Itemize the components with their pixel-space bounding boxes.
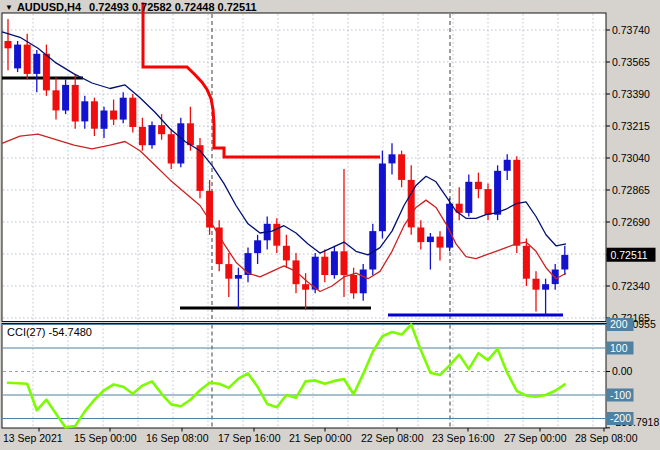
candle-body [149, 125, 156, 145]
candle-body [273, 224, 280, 246]
candle-body [321, 257, 328, 275]
candle-body [225, 264, 232, 279]
price-axis[interactable]: 0.737400.735650.733900.732150.730400.728… [606, 24, 656, 324]
time-axis-label: 22 Sep 08:00 [361, 432, 424, 444]
cci-level-label: -200 [610, 412, 631, 424]
time-axis-label: 15 Sep 00:00 [74, 432, 137, 444]
candle-body [427, 237, 434, 243]
candle-body [408, 180, 415, 228]
candle-body [91, 101, 98, 128]
candle-body [494, 171, 501, 215]
candle-body [168, 134, 175, 163]
price-axis-label: 0.73215 [612, 120, 650, 132]
cci-level-label: -100 [610, 389, 631, 401]
time-axis-label: 13 Sep 2021 [3, 432, 63, 444]
candle-body [53, 90, 60, 110]
candle-body [312, 257, 319, 290]
candle-body [523, 246, 530, 279]
candle-body [235, 275, 242, 279]
chart-window: 0.737400.735650.733900.732150.730400.728… [0, 0, 660, 450]
time-axis-label: 27 Sep 00:00 [504, 432, 567, 444]
candle-body [331, 251, 338, 275]
candle-body [14, 45, 21, 69]
candle-body [177, 123, 184, 163]
candle-body [561, 255, 568, 270]
price-axis-label: 0.73390 [612, 88, 650, 100]
time-axis-label: 21 Sep 00:00 [289, 432, 352, 444]
candle-body [350, 275, 357, 293]
time-axis-label: 28 Sep 08:00 [575, 432, 638, 444]
candle-body [398, 154, 405, 180]
candle-body [81, 101, 88, 121]
candle-body [187, 123, 194, 145]
time-axis-label: 23 Sep 16:00 [432, 432, 495, 444]
candle-body [293, 260, 300, 284]
price-axis-label: 0.73740 [612, 24, 650, 36]
time-axis[interactable]: 13 Sep 202115 Sep 00:0016 Sep 08:0017 Se… [3, 428, 638, 444]
current-price-label: 0.72511 [611, 249, 648, 261]
candle-body [197, 145, 204, 191]
candle-body [504, 160, 511, 171]
cci-plot-area[interactable] [2, 324, 606, 429]
candle-body [139, 127, 146, 145]
candle-body [379, 164, 386, 232]
cci-level-label: 100 [610, 342, 628, 354]
candle-body [437, 237, 444, 248]
price-axis-label: 0.72865 [612, 184, 650, 196]
indicator-label: CCI(27) -54.7480 [7, 326, 92, 338]
candle-body [72, 85, 79, 122]
cci-zero-label: 0.00 [612, 365, 633, 377]
time-axis-label: 17 Sep 16:00 [218, 432, 281, 444]
price-axis-label: 0.73565 [612, 56, 650, 68]
candle-body [360, 270, 367, 294]
candle-body [485, 189, 492, 215]
candle-body [101, 111, 108, 129]
candle-body [475, 182, 482, 189]
cci-level-label: 200 [610, 318, 628, 330]
price-axis-label: 0.72690 [612, 216, 650, 228]
candle-body [62, 85, 69, 111]
candle-body [43, 54, 50, 91]
time-axis-label: 16 Sep 08:00 [146, 432, 209, 444]
candle-body [465, 182, 472, 213]
candle-body [120, 98, 127, 120]
candle-body [158, 125, 165, 134]
chart-symbol-period: AUDUSD,H4 [17, 1, 81, 13]
candle-body [389, 154, 396, 163]
candle-body [254, 240, 261, 253]
candle-body [5, 41, 12, 48]
candle-body [33, 54, 40, 74]
candle-body [417, 228, 424, 243]
candle-body [302, 284, 309, 290]
price-axis-label: 0.73040 [612, 152, 650, 164]
candle-body [552, 270, 559, 285]
cci-axis[interactable]: 205.09550.00-239.7918200100-100-200 [606, 318, 659, 428]
candle-body [24, 45, 31, 74]
candle-body [206, 191, 213, 228]
chart-ohlc-values: 0.72493 0.72582 0.72448 0.72511 [89, 1, 257, 13]
candle-body [341, 251, 348, 275]
candle-body [533, 279, 540, 290]
candle-body [129, 98, 136, 127]
candle-body [110, 111, 117, 120]
symbol-dropdown-icon: ▼ [5, 3, 13, 12]
price-axis-label: 0.72340 [612, 280, 650, 292]
candle-body [283, 246, 290, 261]
candle-body [542, 284, 549, 290]
chart-title: ▼AUDUSD,H40.72493 0.72582 0.72448 0.7251… [5, 1, 257, 13]
